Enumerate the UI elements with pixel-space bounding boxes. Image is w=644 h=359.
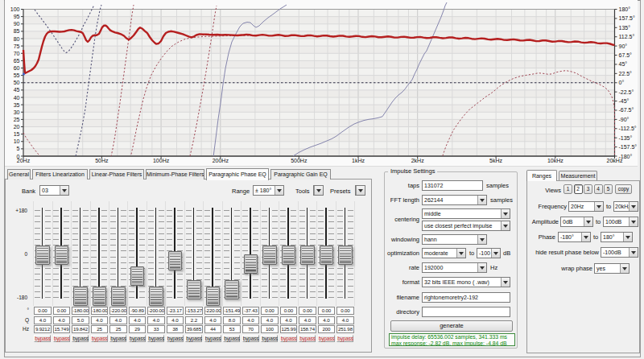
- svg-text:200Hz: 200Hz: [213, 158, 229, 163]
- svg-text:5kHz: 5kHz: [489, 158, 502, 163]
- svg-text:10: 10: [14, 138, 20, 144]
- svg-text:-22.5°: -22.5°: [619, 89, 634, 95]
- svg-text:20: 20: [14, 124, 20, 130]
- svg-text:20Hz: 20Hz: [17, 158, 31, 163]
- svg-text:500Hz: 500Hz: [291, 158, 308, 163]
- svg-text:157.5°: 157.5°: [619, 15, 636, 21]
- svg-text:60: 60: [14, 65, 20, 71]
- svg-text:25: 25: [14, 117, 20, 122]
- svg-text:45: 45: [14, 87, 20, 93]
- svg-text:75: 75: [14, 43, 20, 49]
- svg-text:-157.5°: -157.5°: [619, 144, 638, 150]
- svg-text:10kHz: 10kHz: [547, 158, 564, 163]
- svg-text:-45°: -45°: [619, 98, 630, 104]
- svg-text:-112.5°: -112.5°: [619, 126, 637, 131]
- svg-text:95: 95: [14, 14, 20, 19]
- svg-text:2kHz: 2kHz: [411, 158, 424, 163]
- svg-text:50Hz: 50Hz: [95, 158, 109, 163]
- svg-text:22.5°: 22.5°: [619, 71, 633, 76]
- svg-text:20kHz: 20kHz: [607, 158, 623, 163]
- svg-text:135°: 135°: [619, 25, 631, 31]
- svg-text:112.5°: 112.5°: [619, 34, 635, 39]
- svg-text:55: 55: [14, 72, 20, 78]
- svg-text:-135°: -135°: [619, 135, 633, 141]
- svg-text:35: 35: [14, 102, 20, 108]
- svg-text:40: 40: [14, 95, 20, 101]
- svg-text:-67.5°: -67.5°: [619, 107, 634, 113]
- svg-text:5: 5: [17, 146, 20, 151]
- svg-text:85: 85: [14, 28, 20, 34]
- svg-text:50: 50: [14, 80, 20, 85]
- svg-text:15: 15: [14, 131, 20, 137]
- svg-text:1kHz: 1kHz: [352, 158, 365, 163]
- svg-text:80: 80: [14, 36, 20, 42]
- svg-text:90°: 90°: [619, 43, 628, 49]
- svg-text:100Hz: 100Hz: [153, 158, 170, 163]
- svg-text:45°: 45°: [619, 61, 628, 67]
- svg-text:30: 30: [14, 109, 20, 115]
- svg-text:67.5°: 67.5°: [619, 52, 633, 58]
- svg-text:70: 70: [14, 51, 20, 56]
- svg-text:-90°: -90°: [619, 117, 630, 122]
- svg-text:90: 90: [14, 21, 20, 27]
- svg-text:65: 65: [14, 58, 20, 64]
- svg-text:100: 100: [10, 6, 20, 12]
- svg-text:0°: 0°: [619, 80, 625, 85]
- svg-text:180°: 180°: [619, 6, 631, 12]
